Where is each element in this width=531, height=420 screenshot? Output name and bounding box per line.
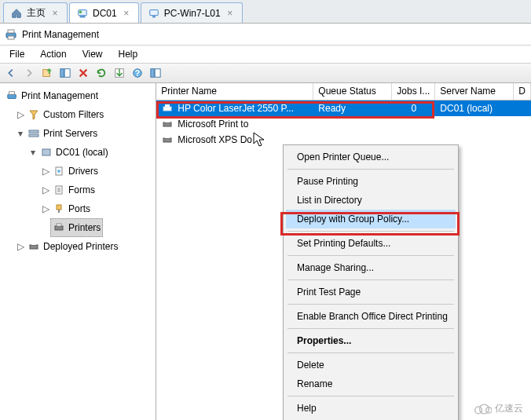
tree-root[interactable]: Print Management xyxy=(3,86,101,105)
printer-icon xyxy=(53,221,65,234)
server-icon xyxy=(40,146,53,159)
menu-list-directory[interactable]: List in Directory xyxy=(286,191,456,210)
server-icon xyxy=(76,7,89,20)
svg-rect-31 xyxy=(163,122,171,126)
tree-forms[interactable]: Forms xyxy=(50,181,97,199)
menu-view[interactable]: View xyxy=(75,47,111,61)
svg-rect-25 xyxy=(55,226,63,230)
properties-button[interactable] xyxy=(148,65,163,81)
menu-enable-branch-office[interactable]: Enable Branch Office Direct Printing xyxy=(286,307,456,326)
menu-separator xyxy=(287,328,454,329)
menu-separator xyxy=(287,304,454,305)
back-button[interactable] xyxy=(3,65,19,81)
svg-rect-9 xyxy=(60,69,64,78)
svg-text:?: ? xyxy=(135,68,140,78)
menu-pause-printing[interactable]: Pause Printing xyxy=(286,172,456,191)
print-management-icon xyxy=(5,89,18,102)
tree-ports[interactable]: Ports xyxy=(50,199,93,218)
port-icon xyxy=(53,203,65,215)
printer-row[interactable]: HP Color LaserJet 2550 P... Ready 0 DC01… xyxy=(156,100,531,116)
col-printer-name[interactable]: Printer Name xyxy=(156,83,313,100)
close-icon[interactable]: × xyxy=(49,8,60,19)
tab-label: DC01 xyxy=(93,8,117,19)
expander-icon[interactable]: ▷ xyxy=(41,185,50,195)
monitor-icon xyxy=(148,7,160,20)
expander-icon[interactable]: ▷ xyxy=(41,166,50,176)
printer-row[interactable]: Microsoft Print to xyxy=(156,116,531,132)
filter-icon xyxy=(27,108,40,121)
svg-rect-19 xyxy=(29,134,38,137)
close-icon[interactable]: × xyxy=(225,8,236,19)
menu-properties[interactable]: Properties... xyxy=(286,331,456,350)
print-management-icon xyxy=(5,28,17,41)
tree-pane: Print Management ▷ Custom Filters ▾ Prin… xyxy=(0,83,156,420)
menu-help[interactable]: Help xyxy=(111,47,146,61)
svg-rect-27 xyxy=(30,245,38,249)
svg-rect-16 xyxy=(8,94,16,98)
tab-dc01[interactable]: DC01 × xyxy=(69,2,139,23)
expander-icon[interactable]: ▾ xyxy=(16,129,25,138)
tree-print-servers[interactable]: Print Servers xyxy=(25,124,100,143)
tab-pcwin7[interactable]: PC-Win7-L01 × xyxy=(141,2,243,23)
expander-icon[interactable]: ▾ xyxy=(28,148,38,157)
menu-separator xyxy=(287,231,454,232)
show-hide-tree-button[interactable] xyxy=(57,65,73,81)
server-group-icon xyxy=(27,127,40,140)
svg-point-22 xyxy=(57,170,60,173)
menu-help[interactable]: Help xyxy=(286,399,456,418)
close-icon[interactable]: × xyxy=(121,8,132,19)
expander-icon[interactable]: ▷ xyxy=(16,110,25,119)
menu-separator xyxy=(287,279,454,280)
svg-rect-15 xyxy=(155,69,160,78)
help-button[interactable]: ? xyxy=(130,65,145,81)
up-button[interactable] xyxy=(39,65,55,81)
svg-rect-18 xyxy=(29,130,38,133)
menu-set-defaults[interactable]: Set Printing Defaults... xyxy=(286,234,456,253)
svg-rect-26 xyxy=(57,224,61,226)
col-server-name[interactable]: Server Name xyxy=(435,83,514,100)
tree-deployed-printers[interactable]: Deployed Printers xyxy=(25,237,120,256)
menu-deploy-group-policy[interactable]: Deploy with Group Policy... xyxy=(286,210,456,228)
deployed-printer-icon xyxy=(27,240,40,253)
svg-rect-14 xyxy=(151,69,154,78)
printer-icon xyxy=(161,118,174,130)
menu-separator xyxy=(287,169,454,170)
menu-rename[interactable]: Rename xyxy=(286,374,456,393)
tree-custom-filters[interactable]: Custom Filters xyxy=(25,105,106,124)
expander-icon[interactable]: ▷ xyxy=(16,242,25,251)
menu-delete[interactable]: Delete xyxy=(286,356,456,374)
context-menu: Open Printer Queue... Pause Printing Lis… xyxy=(283,144,459,420)
tree-printers[interactable]: Printers xyxy=(50,218,103,237)
export-button[interactable] xyxy=(112,65,127,81)
tree-server-dc01[interactable]: DC01 (local) xyxy=(38,143,111,162)
svg-rect-1 xyxy=(80,16,86,17)
tab-label: 主页 xyxy=(27,6,46,20)
svg-rect-34 xyxy=(165,136,170,138)
expander-icon[interactable]: ▷ xyxy=(41,204,50,214)
svg-rect-20 xyxy=(42,149,50,155)
col-d[interactable]: D xyxy=(514,83,531,100)
menu-open-queue[interactable]: Open Printer Queue... xyxy=(286,148,456,166)
menu-separator xyxy=(287,352,454,353)
svg-rect-28 xyxy=(31,243,36,245)
col-queue-status[interactable]: Queue Status xyxy=(313,83,392,100)
form-icon xyxy=(53,184,65,196)
menu-action[interactable]: Action xyxy=(32,47,74,61)
menu-file[interactable]: File xyxy=(2,47,32,61)
svg-rect-32 xyxy=(165,120,170,122)
window-tabstrip: 主页 × DC01 × PC-Win7-L01 × xyxy=(0,0,531,24)
delete-button[interactable] xyxy=(75,65,91,81)
svg-rect-4 xyxy=(152,16,156,17)
tab-home[interactable]: 主页 × xyxy=(3,2,68,23)
tab-label: PC-Win7-L01 xyxy=(164,8,221,19)
forward-button[interactable] xyxy=(21,65,37,81)
menu-print-test-page[interactable]: Print Test Page xyxy=(286,283,456,301)
menu-separator xyxy=(287,396,454,396)
menu-manage-sharing[interactable]: Manage Sharing... xyxy=(286,258,456,277)
tree-drivers[interactable]: Drivers xyxy=(50,162,101,181)
refresh-button[interactable] xyxy=(93,65,109,81)
svg-rect-7 xyxy=(8,36,14,39)
svg-rect-30 xyxy=(165,104,170,107)
col-jobs[interactable]: Jobs I... xyxy=(392,83,435,100)
svg-rect-29 xyxy=(163,107,171,111)
